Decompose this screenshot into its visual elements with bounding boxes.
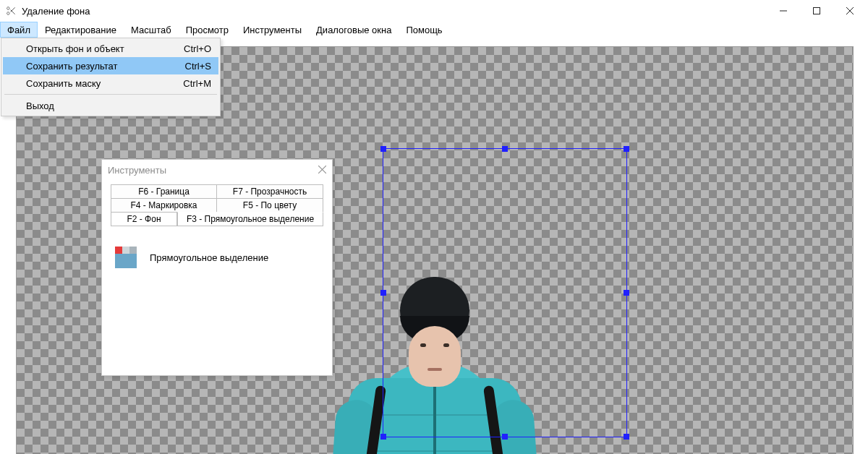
file-menu-save-result-shortcut: Ctrl+S [185,61,211,72]
selection-rectangle[interactable] [383,148,627,437]
file-menu-save-result[interactable]: Сохранить результат Ctrl+S [3,57,218,74]
menu-file[interactable]: Файл [0,22,38,38]
tab-marking[interactable]: F4 - Маркировка [111,198,217,212]
tools-panel-tabs: F6 - Граница F7 - Прозрачность F4 - Марк… [102,180,332,226]
menu-tools[interactable]: Инструменты [236,22,309,38]
menu-help-label: Помощь [406,25,442,35]
selection-handle-n[interactable] [502,146,508,152]
file-menu-exit-label: Выход [26,100,54,111]
tab-background[interactable]: F2 - Фон [111,212,177,226]
selection-handle-sw[interactable] [380,434,386,440]
tools-panel-body: Прямоугольное выделение [102,226,332,288]
tab-transparency[interactable]: F7 - Прозрачность [217,184,323,198]
file-menu-save-mask[interactable]: Сохранить маску Ctrl+M [3,74,218,92]
menu-view-label: Просмотр [186,25,229,35]
selection-handle-s[interactable] [502,434,508,440]
tab-border[interactable]: F6 - Граница [111,184,217,198]
file-menu-open[interactable]: Открыть фон и объект Ctrl+O [3,40,218,57]
selection-handle-ne[interactable] [624,146,629,152]
selection-handle-nw[interactable] [380,146,386,152]
file-menu-exit[interactable]: Выход [3,97,218,114]
selection-handle-w[interactable] [380,290,386,296]
menu-view[interactable]: Просмотр [179,22,236,38]
menu-help[interactable]: Помощь [399,22,449,38]
tools-panel[interactable]: Инструменты F6 - Граница F7 - Прозрачнос… [101,159,333,376]
maximize-button[interactable] [800,0,833,22]
selection-handle-e[interactable] [624,290,629,296]
file-menu-separator [4,94,217,95]
menu-dialogs-label: Диалоговые окна [316,25,391,35]
tab-bycolor[interactable]: F5 - По цвету [217,198,323,212]
tools-panel-title: Инструменты [108,165,166,176]
file-menu-open-shortcut: Ctrl+O [184,43,211,54]
selection-handle-se[interactable] [624,434,629,440]
menu-edit-label: Редактирование [45,25,116,35]
menu-zoom-label: Масштаб [131,25,171,35]
file-menu-save-mask-label: Сохранить маску [26,78,101,89]
close-button[interactable] [833,0,867,22]
menu-bar: Файл Редактирование Масштаб Просмотр Инс… [0,22,868,38]
file-menu-save-result-label: Сохранить результат [26,61,117,72]
menu-dialogs[interactable]: Диалоговые окна [309,22,399,38]
file-menu-save-mask-shortcut: Ctrl+M [183,78,211,89]
title-bar: Удаление фона [0,0,868,22]
menu-tools-label: Инструменты [243,25,302,35]
tab-rect-select[interactable]: F3 - Прямоугольное выделение [177,212,323,226]
minimize-button[interactable] [767,0,800,22]
tools-panel-titlebar[interactable]: Инструменты [102,160,332,180]
file-menu-dropdown: Открыть фон и объект Ctrl+O Сохранить ре… [1,38,221,116]
menu-edit[interactable]: Редактирование [38,22,124,38]
menu-file-label: Файл [7,25,30,35]
file-menu-open-label: Открыть фон и объект [26,43,124,54]
scissors-icon [6,5,17,17]
tools-panel-close-icon[interactable] [318,165,326,176]
rect-select-icon [115,247,137,268]
svg-rect-1 [814,8,820,14]
active-tool-label: Прямоугольное выделение [150,252,268,263]
menu-zoom[interactable]: Масштаб [124,22,179,38]
window-title: Удаление фона [22,6,90,17]
